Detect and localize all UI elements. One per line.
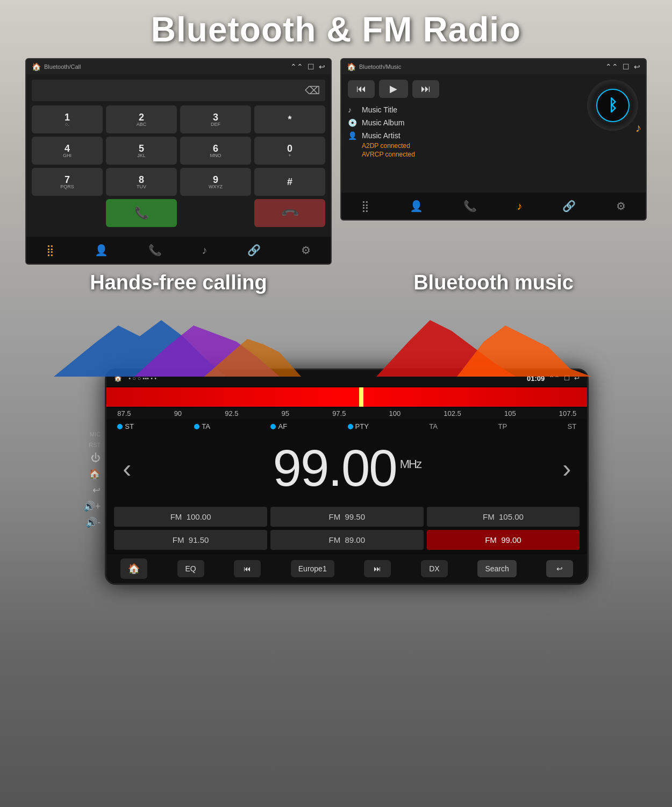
freq-102-5: 102.5 — [444, 409, 461, 417]
right-nav-link-icon[interactable]: 🔗 — [562, 200, 576, 213]
key-6[interactable]: 6 MNO — [180, 137, 251, 165]
key-star[interactable]: * — [254, 105, 325, 133]
dx-button[interactable]: DX — [421, 560, 448, 577]
preset-6[interactable]: FM 99.00 — [427, 530, 580, 550]
vol-up-icon[interactable]: 🔊+ — [83, 500, 101, 512]
fm-settings-row: ST TA AF PTY TA TP ST — [106, 419, 587, 434]
keypad: 1 ○. 2 ABC 3 DEF * — [32, 105, 325, 227]
vol-down-icon[interactable]: 🔊- — [85, 516, 101, 528]
nav-music-icon[interactable]: ♪ — [202, 244, 207, 257]
fm-back-button[interactable]: ↩ — [546, 560, 573, 577]
preset-1[interactable]: FM 100.00 — [114, 507, 267, 527]
key-5[interactable]: 5 JKL — [106, 137, 177, 165]
right-screen-title: Bluetooth/Music — [359, 63, 401, 70]
title-section: Bluetooth & FM Radio — [0, 0, 672, 56]
waveform-section — [0, 293, 672, 379]
key-4[interactable]: 4 GHI — [32, 137, 103, 165]
key-0plus[interactable]: 0 + — [254, 137, 325, 165]
music-artist-row: 👤 Music Artist — [348, 131, 639, 140]
left-feature-label: Hands-free calling — [25, 271, 332, 294]
call-button[interactable]: 📞 — [106, 199, 177, 227]
left-screen-wrapper: 🏠 Bluetooth/Call ⌃⌃ ☐ ↩ ⌫ — [25, 58, 332, 265]
search-button[interactable]: Search — [477, 560, 516, 577]
pty-dot — [348, 424, 353, 429]
setting-pty: PTY — [348, 422, 369, 430]
preset-4[interactable]: FM 91.50 — [114, 530, 267, 550]
end-call-icon: 📞 — [280, 203, 299, 223]
next-button[interactable]: ⏭ — [412, 80, 439, 98]
music-album-icon: 💿 — [348, 118, 358, 127]
key-9[interactable]: 9 WXYZ — [180, 168, 251, 196]
left-home-icon: 🏠 — [32, 62, 41, 71]
freq-90: 90 — [174, 409, 182, 417]
freq-display: 99.00MHz — [273, 442, 421, 494]
home-side-icon[interactable]: 🏠 — [89, 468, 101, 480]
fm-bottom-bar: 🏠 EQ ⏮ Europe1 ⏭ DX Search ↩ — [106, 554, 587, 583]
play-button[interactable]: ▶ — [379, 80, 408, 98]
nav-recent-icon[interactable]: 📞 — [148, 244, 162, 257]
album-art-container: ᛒ ♪ — [587, 80, 638, 131]
fm-home-button[interactable]: 🏠 — [120, 558, 147, 579]
right-nav-contacts-icon[interactable]: 👤 — [410, 200, 423, 213]
freq-97-5: 97.5 — [332, 409, 346, 417]
bluetooth-icon: ᛒ — [608, 96, 618, 115]
next-station-button[interactable]: ⏭ — [364, 560, 391, 577]
music-artist-icon: 👤 — [348, 131, 358, 140]
nav-link-icon[interactable]: 🔗 — [247, 244, 261, 257]
left-square-icon: ☐ — [308, 62, 314, 71]
power-icon[interactable]: ⏻ — [91, 452, 101, 464]
hands-free-label: Hands-free calling — [90, 271, 267, 294]
left-expand-icon: ⌃⌃ — [290, 62, 303, 71]
ta-right-label: TA — [429, 422, 438, 430]
freq-up-button[interactable]: › — [562, 454, 571, 483]
right-nav-settings-icon[interactable]: ⚙ — [616, 200, 626, 213]
right-nav-music-icon[interactable]: ♪ — [517, 200, 522, 213]
key-7[interactable]: 7 PQRS — [32, 168, 103, 196]
prev-button[interactable]: ⏮ — [348, 80, 375, 98]
nav-contacts-icon[interactable]: 👤 — [95, 244, 108, 257]
back-side-icon[interactable]: ↩ — [92, 484, 101, 496]
right-nav-dialpad-icon[interactable]: ⣿ — [361, 200, 369, 213]
eq-button[interactable]: EQ — [177, 560, 204, 577]
backspace-button[interactable]: ⌫ — [305, 84, 320, 97]
current-frequency: 99.00MHz — [273, 439, 421, 497]
key-1[interactable]: 1 ○. — [32, 105, 103, 133]
right-screen-wrapper: 🏠 Bluetooth/Music ⌃⌃ ☐ ↩ ⏮ ▶ ⏭ — [340, 58, 647, 265]
prev-station-button[interactable]: ⏮ — [234, 560, 261, 577]
st-dot — [117, 424, 123, 429]
nav-dialpad-icon[interactable]: ⣿ — [46, 244, 54, 257]
fm-frequency-bar[interactable] — [106, 387, 587, 407]
preset-2[interactable]: FM 99.50 — [270, 507, 424, 527]
key-hash[interactable]: # — [254, 168, 325, 196]
pty-label: PTY — [355, 422, 369, 430]
key-2[interactable]: 2 ABC — [106, 105, 177, 133]
setting-st: ST — [117, 422, 134, 430]
preset-5[interactable]: FM 89.00 — [270, 530, 424, 550]
music-note-deco: ♪ — [635, 121, 641, 135]
station-name-button[interactable]: Europe1 — [291, 560, 334, 577]
svg-marker-4 — [457, 325, 591, 377]
preset-3[interactable]: FM 105.00 — [427, 507, 580, 527]
page-title: Bluetooth & FM Radio — [0, 10, 672, 49]
side-controls: MIC RST ⏻ 🏠 ↩ 🔊+ 🔊- — [83, 369, 101, 585]
left-status-bar: 🏠 Bluetooth/Call ⌃⌃ ☐ ↩ — [26, 59, 331, 74]
fm-presets: FM 100.00 FM 99.50 FM 105.00 FM 91.50 FM… — [106, 502, 587, 554]
nav-settings-icon[interactable]: ⚙ — [301, 244, 311, 257]
right-nav-recent-icon[interactable]: 📞 — [463, 200, 477, 213]
key-8[interactable]: 8 TUV — [106, 168, 177, 196]
mic-label: MIC — [90, 431, 101, 437]
end-call-button[interactable]: 📞 — [254, 199, 325, 227]
af-dot — [270, 424, 276, 429]
music-screen: ⏮ ▶ ⏭ ♪ Music Title 💿 Music Album — [341, 74, 646, 193]
music-album-text: Music Album — [362, 118, 404, 127]
right-android-screen: 🏠 Bluetooth/Music ⌃⌃ ☐ ↩ ⏮ ▶ ⏭ — [340, 58, 647, 221]
key-3[interactable]: 3 DEF — [180, 105, 251, 133]
af-label: AF — [278, 422, 287, 430]
freq-down-button[interactable]: ‹ — [123, 454, 131, 483]
freq-unit: MHz — [400, 457, 421, 471]
right-feature-label: Bluetooth music — [340, 271, 647, 294]
dialer-input[interactable]: ⌫ — [32, 80, 325, 101]
freq-92-5: 92.5 — [225, 409, 238, 417]
right-expand-icon: ⌃⌃ — [605, 62, 618, 71]
left-nav-bar: ⣿ 👤 📞 ♪ 🔗 ⚙ — [26, 237, 331, 264]
